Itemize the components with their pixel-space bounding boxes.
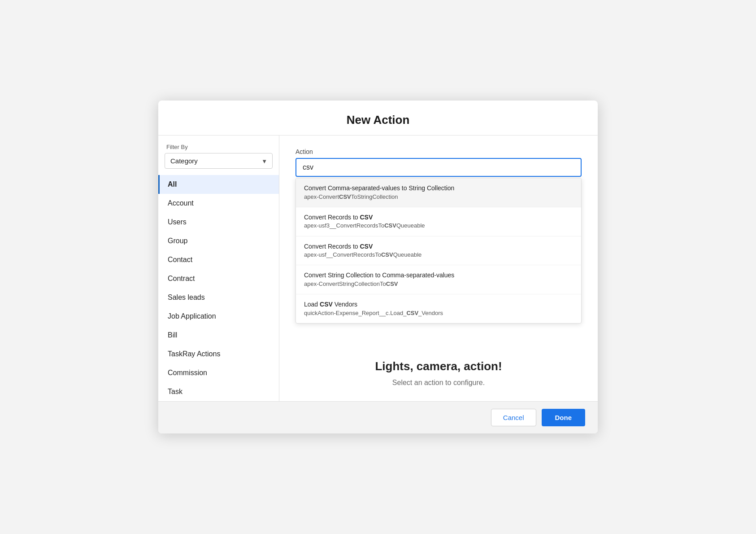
sidebar-item-bill[interactable]: Bill bbox=[158, 326, 279, 345]
dropdown-item-4-title: Convert String Collection to Comma-separ… bbox=[304, 271, 573, 280]
action-dropdown: Convert Comma-separated-values to String… bbox=[295, 178, 582, 324]
sidebar-item-users[interactable]: Users bbox=[158, 213, 279, 232]
action-search-input[interactable] bbox=[295, 158, 582, 177]
sidebar-item-commission[interactable]: Commission bbox=[158, 363, 279, 382]
sidebar: Filter By Category Type Name ▼ All Accou… bbox=[158, 136, 279, 401]
sidebar-item-all[interactable]: All bbox=[158, 175, 279, 194]
new-action-modal: New Action Filter By Category Type Name … bbox=[158, 101, 598, 433]
modal-title: New Action bbox=[347, 113, 410, 127]
dropdown-item-1-title: Convert Comma-separated-values to String… bbox=[304, 184, 573, 193]
dropdown-item-1[interactable]: Convert Comma-separated-values to String… bbox=[296, 178, 581, 207]
filter-select[interactable]: Category Type Name bbox=[165, 153, 273, 169]
placeholder-title: Lights, camera, action! bbox=[295, 359, 582, 373]
modal-footer: Cancel Done bbox=[158, 401, 598, 433]
placeholder-subtitle: Select an action to configure. bbox=[295, 379, 582, 387]
main-content: Action Convert Comma-separated-values to… bbox=[279, 136, 598, 401]
modal-header: New Action bbox=[158, 101, 598, 136]
dropdown-item-3-title: Convert Records to CSV bbox=[304, 242, 573, 251]
cancel-button[interactable]: Cancel bbox=[491, 409, 536, 426]
dropdown-item-5[interactable]: Load CSV Vendors quickAction-Expense_Rep… bbox=[296, 294, 581, 323]
modal-body: Filter By Category Type Name ▼ All Accou… bbox=[158, 136, 598, 401]
dropdown-item-5-title: Load CSV Vendors bbox=[304, 300, 573, 309]
done-button[interactable]: Done bbox=[542, 409, 586, 426]
sidebar-item-group[interactable]: Group bbox=[158, 232, 279, 250]
dropdown-item-5-sub: quickAction-Expense_Report__c.Load_CSV_V… bbox=[304, 309, 573, 317]
sidebar-item-task[interactable]: Task bbox=[158, 382, 279, 401]
dropdown-item-2[interactable]: Convert Records to CSV apex-usf3__Conver… bbox=[296, 207, 581, 236]
dropdown-item-2-title: Convert Records to CSV bbox=[304, 213, 573, 222]
filter-select-wrapper: Category Type Name ▼ bbox=[165, 153, 273, 169]
sidebar-item-taskray-actions[interactable]: TaskRay Actions bbox=[158, 345, 279, 363]
sidebar-list: All Account Users Group Contact Contract… bbox=[158, 175, 279, 401]
sidebar-item-job-application[interactable]: Job Application bbox=[158, 307, 279, 326]
placeholder-area: Lights, camera, action! Select an action… bbox=[295, 359, 582, 387]
action-field-label: Action bbox=[295, 148, 582, 155]
sidebar-item-contract[interactable]: Contract bbox=[158, 269, 279, 288]
dropdown-item-2-sub: apex-usf3__ConvertRecordsToCSVQueueable bbox=[304, 222, 573, 230]
dropdown-item-1-sub: apex-ConvertCSVToStringCollection bbox=[304, 193, 573, 201]
filter-by-label: Filter By bbox=[158, 144, 279, 153]
dropdown-item-4-sub: apex-ConvertStringCollectionToCSV bbox=[304, 280, 573, 288]
sidebar-item-account[interactable]: Account bbox=[158, 194, 279, 213]
sidebar-item-sales-leads[interactable]: Sales leads bbox=[158, 288, 279, 307]
dropdown-item-3-sub: apex-usf__ConvertRecordsToCSVQueueable bbox=[304, 251, 573, 259]
sidebar-item-contact[interactable]: Contact bbox=[158, 250, 279, 269]
dropdown-item-3[interactable]: Convert Records to CSV apex-usf__Convert… bbox=[296, 236, 581, 266]
dropdown-item-4[interactable]: Convert String Collection to Comma-separ… bbox=[296, 265, 581, 294]
